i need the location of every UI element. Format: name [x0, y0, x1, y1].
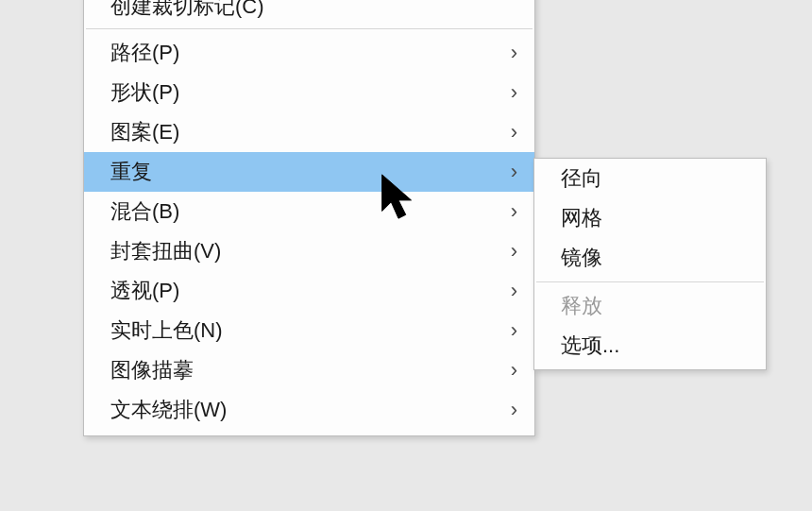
menu-item-label: 径向 — [561, 164, 749, 193]
menu-item-image-trace[interactable]: 图像描摹 › — [84, 350, 534, 390]
menu-item-label: 图案(E) — [110, 118, 511, 146]
menu-item-label: 释放 — [561, 292, 749, 320]
submenu-item-options[interactable]: 选项... — [534, 326, 766, 366]
menu-item-live-paint[interactable]: 实时上色(N) › — [84, 311, 534, 350]
menu-item-label: 文本绕排(W) — [110, 396, 511, 424]
menu-item-create-crop-marks[interactable]: 创建裁切标记(C) — [84, 0, 534, 25]
menu-item-label: 混合(B) — [110, 197, 511, 226]
menu-separator — [86, 28, 533, 29]
menu-item-label: 透视(P) — [110, 277, 511, 305]
chevron-right-icon: › — [511, 201, 517, 222]
menu-separator — [536, 281, 764, 282]
submenu-item-radial[interactable]: 径向 — [534, 159, 766, 198]
menu-item-label: 网格 — [561, 204, 749, 232]
chevron-right-icon: › — [511, 320, 517, 341]
chevron-right-icon: › — [511, 241, 517, 262]
menu-item-label: 实时上色(N) — [110, 316, 511, 345]
menu-item-label: 封套扭曲(V) — [110, 237, 511, 265]
menu-item-shape[interactable]: 形状(P) › — [84, 73, 534, 112]
menu-item-text-wrap[interactable]: 文本绕排(W) › — [84, 390, 534, 430]
chevron-right-icon: › — [511, 281, 517, 301]
chevron-right-icon: › — [511, 82, 517, 103]
menu-item-label: 创建裁切标记(C) — [110, 0, 517, 21]
main-menu: 创建裁切标记(C) 路径(P) › 形状(P) › 图案(E) › 重复 › 混… — [83, 0, 535, 436]
menu-item-label: 形状(P) — [110, 78, 511, 107]
menu-item-label: 路径(P) — [110, 39, 511, 67]
menu-item-perspective[interactable]: 透视(P) › — [84, 271, 534, 311]
menu-item-pattern[interactable]: 图案(E) › — [84, 112, 534, 152]
chevron-right-icon: › — [511, 162, 517, 182]
menu-item-label: 选项... — [561, 332, 749, 360]
menu-item-blend[interactable]: 混合(B) › — [84, 192, 534, 231]
submenu-item-release: 释放 — [534, 286, 766, 326]
chevron-right-icon: › — [511, 400, 517, 420]
submenu-repeat: 径向 网格 镜像 释放 选项... — [533, 158, 767, 370]
chevron-right-icon: › — [511, 360, 517, 381]
submenu-item-mirror[interactable]: 镜像 — [534, 238, 766, 278]
menu-item-repeat[interactable]: 重复 › — [84, 152, 534, 192]
menu-item-label: 图像描摹 — [110, 356, 511, 384]
menu-item-label: 重复 — [110, 158, 511, 186]
menu-item-path[interactable]: 路径(P) › — [84, 33, 534, 73]
submenu-item-grid[interactable]: 网格 — [534, 198, 766, 238]
menu-item-envelope-distort[interactable]: 封套扭曲(V) › — [84, 231, 534, 271]
chevron-right-icon: › — [511, 122, 517, 143]
chevron-right-icon: › — [511, 43, 517, 63]
menu-item-label: 镜像 — [561, 244, 749, 272]
